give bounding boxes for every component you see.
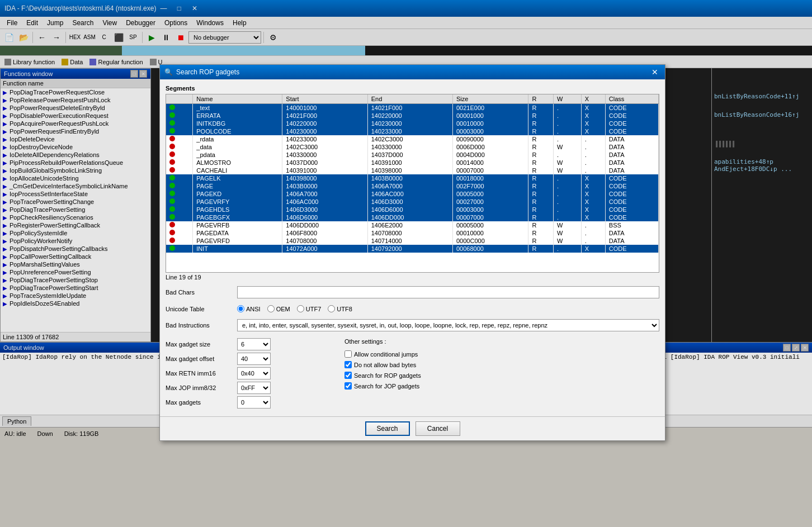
seg-size-cell: 002F7000 (453, 182, 528, 190)
seg-start-cell: 1406DD000 (282, 221, 367, 229)
table-row[interactable]: _rdata 140233000 1402C3000 00090000 R . … (166, 135, 659, 143)
max-gadget-size-select[interactable]: 6 (237, 338, 271, 350)
bad-chars-input[interactable] (237, 286, 659, 298)
table-row[interactable]: PAGEVRFB 1406DD000 1406E2000 00005000 R … (166, 221, 659, 229)
seg-r-cell: R (528, 221, 554, 229)
seg-size-cell: 00090000 (453, 135, 528, 143)
seg-size-cell: 00005000 (453, 190, 528, 198)
allow-conditional-jumps-check[interactable] (344, 350, 352, 358)
seg-x-cell: . (581, 143, 605, 151)
segment-dot (169, 175, 175, 181)
bad-instr-select[interactable]: e, int, into, enter, syscall, sysenter, … (237, 319, 659, 331)
max-retn-row: Max RETN imm16 0x40 (166, 367, 333, 379)
table-row[interactable]: PAGEDATA 1406F8000 140708000 00010000 R … (166, 229, 659, 237)
unicode-utf8[interactable]: UTF8 (328, 305, 352, 312)
radio-utf8[interactable] (328, 305, 335, 312)
seg-r-cell: R (528, 167, 554, 174)
search-jop[interactable]: Search for JOP gadgets (344, 382, 659, 390)
seg-class-cell: CODE (605, 190, 658, 198)
seg-class-cell: DATA (605, 135, 658, 143)
seg-class-cell: DATA (605, 237, 658, 245)
seg-class-cell: BSS (605, 221, 658, 229)
unicode-ansi[interactable]: ANSI (237, 305, 261, 312)
seg-w-cell: . (553, 206, 581, 213)
dialog-titlebar: 🔍 Search ROP gadgets ✕ (160, 65, 665, 79)
search-rop[interactable]: Search for ROP gadgets (344, 372, 659, 379)
col-size-header: Size (453, 94, 528, 104)
segment-dot (169, 238, 175, 243)
table-row[interactable]: PAGE 1403B0000 1406A7000 002F7000 R . X … (166, 182, 659, 190)
table-row[interactable]: PAGELK 140398000 1403B0000 00018000 R . … (166, 174, 659, 182)
table-row[interactable]: INITKDBG 140220000 140230000 00010000 R … (166, 120, 659, 127)
seg-start-cell: 140330000 (282, 151, 367, 159)
allow-conditional-jumps[interactable]: Allow conditional jumps (344, 350, 659, 358)
seg-r-cell: R (528, 213, 554, 221)
seg-w-cell: W (553, 221, 581, 229)
seg-class-cell: DATA (605, 151, 658, 159)
seg-class-cell: DATA (605, 159, 658, 167)
segment-dot (169, 214, 175, 220)
seg-start-cell: 140233000 (282, 135, 367, 143)
table-row[interactable]: ERRATA 14021F000 140220000 00001000 R . … (166, 112, 659, 120)
seg-w-cell: W (553, 159, 581, 167)
seg-end-cell: 140398000 (367, 167, 452, 174)
cancel-button[interactable]: Cancel (416, 421, 460, 436)
table-row[interactable]: _pdata 140330000 14037D000 0004D000 R . … (166, 151, 659, 159)
table-row[interactable]: _text 140001000 14021F000 0021E000 R . X… (166, 104, 659, 112)
radio-ansi[interactable] (237, 305, 244, 312)
table-row[interactable]: PAGEBGFX 1406D6000 1406DD000 00007000 R … (166, 213, 659, 221)
col-class-header: Class (605, 94, 658, 104)
table-line-count: Line 19 of 19 (166, 273, 659, 282)
seg-r-cell: R (528, 151, 554, 159)
segments-label: Segments (166, 85, 659, 92)
segments-table-wrapper[interactable]: Name Start End Size R W X Class _t (166, 94, 659, 273)
table-row[interactable]: PAGEHDLS 1406D3000 1406D6000 00003000 R … (166, 206, 659, 213)
table-row[interactable]: POOLCODE 140230000 140233000 00003000 R … (166, 127, 659, 135)
unicode-oem[interactable]: OEM (267, 305, 290, 312)
max-gadgets-row: Max gadgets 0 (166, 396, 333, 409)
unicode-utf7[interactable]: UTF7 (297, 305, 322, 312)
seg-start-cell: 1406F8000 (282, 229, 367, 237)
seg-name-cell: PAGEHDLS (193, 206, 282, 213)
seg-start-cell: 1406A7000 (282, 190, 367, 198)
seg-x-cell: X (581, 174, 605, 182)
seg-end-cell: 1406D3000 (367, 198, 452, 206)
search-rop-check[interactable] (344, 372, 352, 379)
max-jop-select[interactable]: 0xFF (237, 382, 271, 394)
seg-class-cell: CODE (605, 245, 658, 253)
no-bad-bytes[interactable]: Do not allow bad bytes (344, 361, 659, 368)
col-name-header (166, 94, 193, 104)
segment-dot (169, 222, 175, 227)
seg-class-cell: CODE (605, 182, 658, 190)
search-button[interactable]: Search (365, 421, 410, 436)
seg-end-cell: 1406E2000 (367, 221, 452, 229)
max-gadgets-select[interactable]: 0 (237, 396, 271, 409)
table-row[interactable]: PAGEVRFY 1406AC000 1406D3000 00027000 R … (166, 198, 659, 206)
dialog-title-area: 🔍 Search ROP gadgets (164, 68, 649, 76)
max-gadget-size-label: Max gadget size (166, 341, 233, 348)
table-row[interactable]: ALMOSTRO 14037D000 140391000 00014000 R … (166, 159, 659, 167)
max-gadget-offset-select[interactable]: 40 (237, 353, 271, 365)
seg-dot-cell (166, 213, 193, 221)
seg-w-cell: . (553, 120, 581, 127)
seg-end-cell: 1406A7000 (367, 182, 452, 190)
seg-dot-cell (166, 143, 193, 151)
dialog-close-button[interactable]: ✕ (649, 67, 660, 77)
seg-class-cell: CODE (605, 112, 658, 120)
seg-w-cell: W (553, 167, 581, 174)
no-bad-bytes-check[interactable] (344, 361, 352, 368)
table-row[interactable]: PAGEVRFD 140708000 140714000 0000C000 R … (166, 237, 659, 245)
table-row[interactable]: INIT 14072A000 140792000 00068000 R . X … (166, 245, 659, 253)
search-jop-check[interactable] (344, 382, 352, 390)
seg-end-cell: 14021F000 (367, 104, 452, 112)
seg-dot-cell (166, 120, 193, 127)
radio-oem[interactable] (267, 305, 275, 312)
table-row[interactable]: _data 1402C3000 140330000 0006D000 R W .… (166, 143, 659, 151)
max-retn-select[interactable]: 0x40 (237, 367, 271, 379)
table-row[interactable]: PAGEKD 1406A7000 1406AC000 00005000 R . … (166, 190, 659, 198)
seg-class-cell: DATA (605, 167, 658, 174)
radio-utf7[interactable] (297, 305, 304, 312)
segments-section: Segments Name Start End Size R W (166, 85, 659, 282)
bad-chars-label: Bad Chars (166, 289, 233, 296)
table-row[interactable]: CACHEALI 140391000 140398000 00007000 R … (166, 167, 659, 174)
